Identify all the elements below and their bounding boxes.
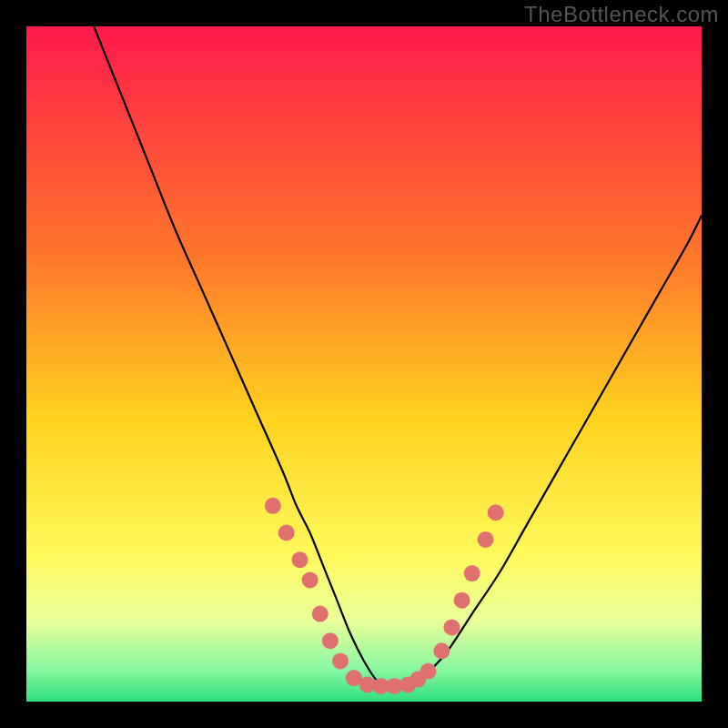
plot-area <box>26 26 702 702</box>
highlight-point <box>322 632 339 649</box>
highlight-point <box>265 498 281 514</box>
highlight-point <box>488 504 504 521</box>
gradient-background <box>26 26 702 702</box>
highlight-point <box>332 652 349 669</box>
chart-svg <box>26 26 702 702</box>
highlight-point <box>478 531 494 548</box>
highlight-point <box>292 551 308 568</box>
highlight-point <box>302 571 318 588</box>
highlight-point <box>312 606 329 622</box>
highlight-point <box>443 619 460 635</box>
highlight-point <box>420 663 436 680</box>
highlight-point <box>433 642 450 659</box>
highlight-point <box>278 525 295 541</box>
highlight-point <box>454 592 470 609</box>
highlight-point <box>464 565 480 581</box>
chart-frame: TheBottleneck.com <box>0 0 728 728</box>
watermark-text: TheBottleneck.com <box>524 2 719 27</box>
